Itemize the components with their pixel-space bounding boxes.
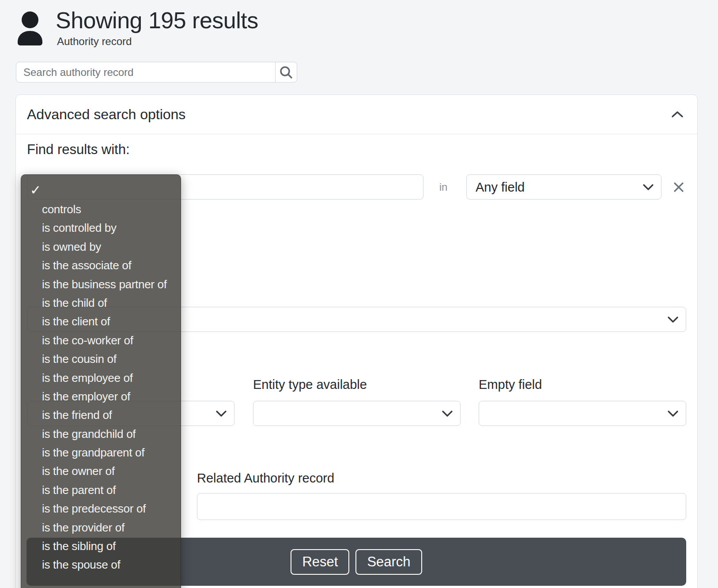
- dropdown-option[interactable]: is the parent of: [21, 481, 181, 499]
- close-icon: [673, 182, 684, 192]
- person-icon: [16, 11, 44, 45]
- chevron-down-icon: [642, 184, 654, 191]
- in-label: in: [426, 174, 461, 200]
- advanced-search-title: Advanced search options: [27, 106, 185, 123]
- search-button[interactable]: Search: [355, 549, 422, 575]
- dropdown-option[interactable]: is the provider of: [21, 518, 181, 537]
- dropdown-option[interactable]: is the sibling of: [21, 537, 181, 555]
- dropdown-option[interactable]: is the business partner of: [21, 275, 181, 294]
- dropdown-option[interactable]: is the friend of: [21, 406, 181, 424]
- remove-criterion-button[interactable]: [672, 181, 685, 194]
- empty-field-select[interactable]: [479, 401, 686, 426]
- chevron-down-icon: [442, 410, 453, 417]
- field-select-value: Any field: [476, 180, 525, 194]
- dropdown-option[interactable]: controls: [21, 200, 181, 219]
- dropdown-option[interactable]: is the associate of: [21, 256, 181, 275]
- dropdown-option[interactable]: is the employer of: [21, 387, 181, 406]
- relationship-type-dropdown: ✓ controlsis controlled byis owned byis …: [21, 174, 181, 588]
- collapse-panel-button[interactable]: [671, 108, 684, 121]
- dropdown-option[interactable]: is the co-worker of: [21, 331, 181, 350]
- dropdown-option[interactable]: is controlled by: [21, 219, 181, 237]
- dropdown-selected-empty-option[interactable]: ✓: [21, 181, 181, 200]
- dropdown-option[interactable]: is the grandparent of: [21, 443, 181, 462]
- dropdown-option[interactable]: is the child of: [21, 294, 181, 312]
- search-submit-button[interactable]: [275, 62, 297, 82]
- chevron-up-icon: [671, 110, 684, 118]
- chevron-down-icon: [215, 410, 227, 417]
- entity-type-label: Entity type available: [253, 377, 367, 392]
- search-box: [16, 62, 297, 83]
- dropdown-option[interactable]: is the spouse of: [21, 555, 181, 574]
- advanced-search-header[interactable]: Advanced search options: [16, 95, 697, 134]
- related-authority-field: [197, 493, 686, 520]
- chevron-down-icon: [667, 316, 679, 323]
- dropdown-option[interactable]: is owned by: [21, 237, 181, 256]
- search-icon: [279, 65, 294, 80]
- dropdown-options: controlsis controlled byis owned byis th…: [21, 200, 181, 574]
- dropdown-option[interactable]: is the grandchild of: [21, 425, 181, 443]
- reset-button[interactable]: Reset: [291, 549, 349, 575]
- authority-search-page: Showing 195 results Authority record Adv…: [0, 0, 718, 588]
- dropdown-option[interactable]: is the owner of: [21, 462, 181, 480]
- find-results-label: Find results with:: [27, 142, 130, 158]
- dropdown-option[interactable]: is the client of: [21, 312, 181, 331]
- chevron-down-icon: [667, 410, 679, 417]
- page-title: Showing 195 results: [56, 7, 258, 34]
- search-input[interactable]: [16, 62, 275, 82]
- dropdown-option[interactable]: is the predecessor of: [21, 499, 181, 518]
- related-authority-label: Related Authority record: [197, 471, 334, 486]
- page-subtitle: Authority record: [57, 35, 132, 48]
- field-select[interactable]: Any field: [466, 174, 661, 200]
- checkmark-icon: ✓: [30, 183, 41, 197]
- dropdown-option[interactable]: is the cousin of: [21, 350, 181, 368]
- empty-field-label: Empty field: [479, 377, 542, 392]
- entity-type-select[interactable]: [253, 401, 461, 426]
- related-authority-input[interactable]: [197, 494, 686, 520]
- dropdown-option[interactable]: is the employee of: [21, 369, 181, 387]
